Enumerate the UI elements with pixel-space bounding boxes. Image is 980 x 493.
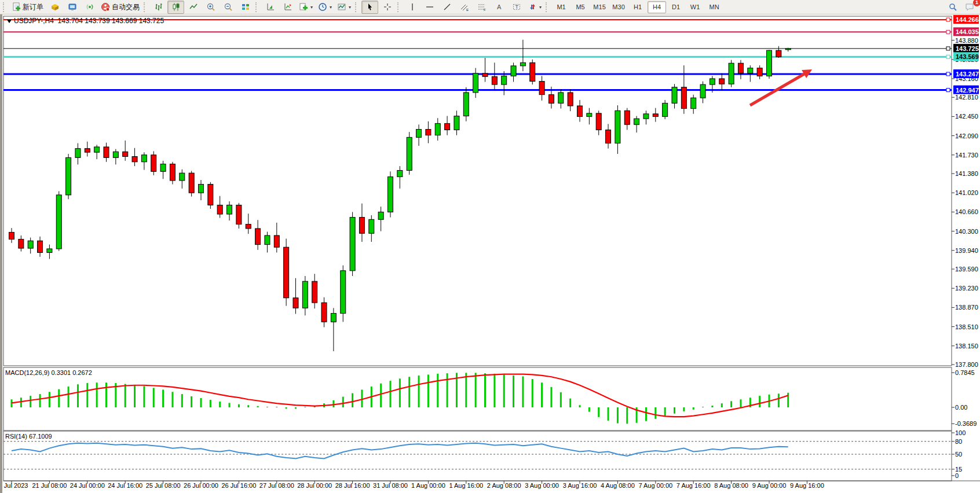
candle[interactable] xyxy=(85,149,90,152)
candle[interactable] xyxy=(160,164,166,171)
candle[interactable] xyxy=(94,147,100,152)
candle[interactable] xyxy=(151,155,156,172)
candle[interactable] xyxy=(473,73,478,93)
candle[interactable] xyxy=(19,239,24,248)
candle[interactable] xyxy=(548,95,554,104)
candle[interactable] xyxy=(104,147,109,157)
toolbar-grip[interactable] xyxy=(144,2,147,12)
candle[interactable] xyxy=(653,114,658,117)
candle[interactable] xyxy=(738,63,743,73)
candle[interactable] xyxy=(312,281,317,303)
marketwatch-button[interactable] xyxy=(46,1,63,14)
text-label-button[interactable]: T xyxy=(508,1,525,14)
candle[interactable] xyxy=(502,76,507,84)
indicator-window-add-button[interactable] xyxy=(279,1,296,14)
candle[interactable] xyxy=(378,212,383,219)
candle[interactable] xyxy=(672,87,677,104)
candle[interactable] xyxy=(530,62,535,81)
candle[interactable] xyxy=(75,149,81,158)
candle[interactable] xyxy=(587,113,592,117)
candle[interactable] xyxy=(56,195,61,249)
candle[interactable] xyxy=(482,73,488,77)
candle[interactable] xyxy=(710,79,715,84)
chart-canvas[interactable]: 143.880143.520143.160142.810142.450142.0… xyxy=(0,14,980,493)
candle[interactable] xyxy=(208,184,213,205)
candle[interactable] xyxy=(785,49,791,50)
candle[interactable] xyxy=(643,114,649,119)
candle[interactable] xyxy=(407,137,412,170)
candle[interactable] xyxy=(255,229,261,245)
candle[interactable] xyxy=(293,298,298,308)
candle[interactable] xyxy=(274,236,279,247)
candle[interactable] xyxy=(359,218,364,234)
candle[interactable] xyxy=(568,93,573,106)
add-indicator-button[interactable]: ▾ xyxy=(297,1,315,14)
crosshair-button[interactable] xyxy=(379,1,396,14)
candle[interactable] xyxy=(776,50,781,57)
candle[interactable] xyxy=(454,116,459,130)
line-chart-button[interactable] xyxy=(185,1,202,14)
expand-triangle-icon[interactable] xyxy=(7,20,12,23)
candle[interactable] xyxy=(47,249,52,252)
candle[interactable] xyxy=(246,225,251,229)
candle[interactable] xyxy=(38,241,43,252)
toolbar-grip[interactable] xyxy=(255,2,259,12)
candle[interactable] xyxy=(132,157,137,162)
candle[interactable] xyxy=(284,247,289,298)
timeframe-M5[interactable]: M5 xyxy=(571,1,590,13)
candle[interactable] xyxy=(426,130,431,135)
new-order-button[interactable]: 新订单 xyxy=(9,1,46,14)
chat-button[interactable]: 1 xyxy=(961,1,978,14)
candle[interactable] xyxy=(606,130,611,143)
candle[interactable] xyxy=(558,93,564,103)
candle[interactable] xyxy=(492,76,497,84)
candle[interactable] xyxy=(615,111,620,143)
candle[interactable] xyxy=(719,79,725,84)
candle[interactable] xyxy=(123,152,128,156)
candle[interactable] xyxy=(199,184,204,193)
arrows-button[interactable]: ▾ xyxy=(525,1,544,14)
candle[interactable] xyxy=(539,82,544,95)
candle[interactable] xyxy=(180,173,185,181)
zoom-out-button[interactable] xyxy=(220,1,236,14)
toolbar-grip[interactable] xyxy=(546,2,549,12)
zoom-in-button[interactable] xyxy=(202,1,219,14)
search-button[interactable] xyxy=(944,1,961,14)
indicator-window-button[interactable] xyxy=(262,1,279,14)
periods-button[interactable]: ▾ xyxy=(316,1,334,14)
tile-windows-button[interactable] xyxy=(237,1,254,14)
timeframe-MN[interactable]: MN xyxy=(705,1,723,13)
candle[interactable] xyxy=(435,123,440,135)
level-handle[interactable] xyxy=(946,18,950,21)
horizontal-line-button[interactable] xyxy=(421,1,438,14)
trendline-button[interactable] xyxy=(438,1,455,14)
candle[interactable] xyxy=(577,106,583,116)
timeframe-W1[interactable]: W1 xyxy=(686,1,704,13)
candle[interactable] xyxy=(331,314,336,322)
bar-chart-button[interactable] xyxy=(150,1,167,14)
candle[interactable] xyxy=(700,84,705,98)
candle[interactable] xyxy=(113,152,118,157)
level-handle[interactable] xyxy=(946,55,950,58)
text-button[interactable]: A xyxy=(491,1,507,14)
candle[interactable] xyxy=(445,123,450,130)
timeframe-H1[interactable]: H1 xyxy=(628,1,647,13)
cursor-button[interactable] xyxy=(361,1,378,14)
candle[interactable] xyxy=(321,303,327,322)
template-button[interactable]: ▾ xyxy=(335,1,353,14)
candle[interactable] xyxy=(691,98,696,108)
terminal-button[interactable] xyxy=(64,1,81,14)
timeframe-M1[interactable]: M1 xyxy=(552,1,571,13)
candle[interactable] xyxy=(634,119,639,124)
candle[interactable] xyxy=(397,170,403,176)
level-handle[interactable] xyxy=(946,89,950,92)
toolbar-grip[interactable] xyxy=(397,2,401,12)
toolbar-grip[interactable] xyxy=(355,2,359,12)
timeframe-M15[interactable]: M15 xyxy=(590,1,609,13)
candle[interactable] xyxy=(663,103,668,116)
candle[interactable] xyxy=(66,157,71,195)
timeframe-D1[interactable]: D1 xyxy=(667,1,685,13)
candle[interactable] xyxy=(369,219,374,233)
candle[interactable] xyxy=(9,232,14,239)
toolbar-grip[interactable] xyxy=(3,2,6,12)
